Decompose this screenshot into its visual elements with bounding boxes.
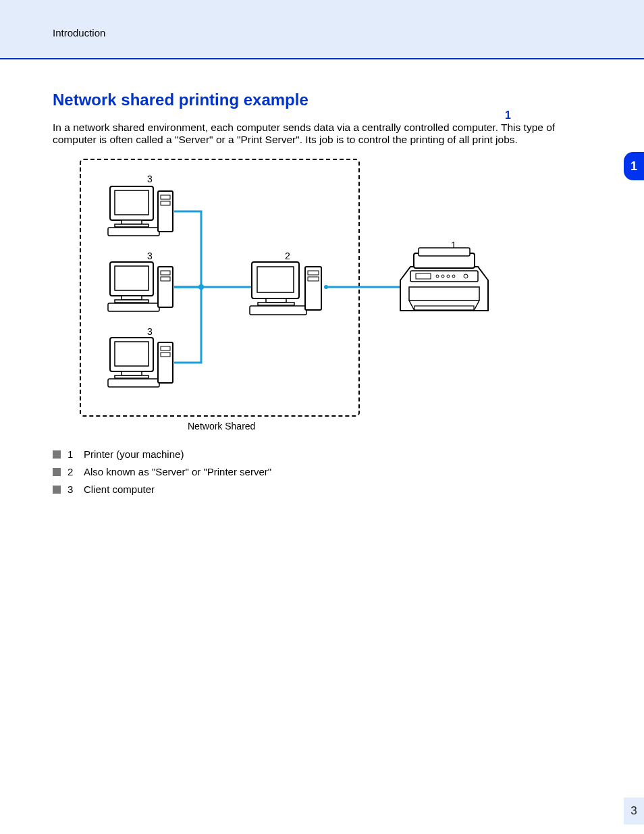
svg-rect-14 [108, 303, 159, 311]
svg-rect-9 [161, 201, 170, 205]
svg-rect-4 [122, 220, 142, 224]
svg-rect-19 [115, 342, 149, 366]
svg-rect-44 [414, 306, 474, 310]
client-pc-1-icon [107, 184, 181, 238]
legend-key-1: 1 [68, 446, 77, 463]
printer-icon [390, 246, 498, 323]
section-sub-number: 1 [505, 109, 511, 121]
legend-key-3: 3 [68, 481, 77, 498]
bullet-square-icon [53, 486, 61, 494]
page-number: 3 [630, 804, 637, 818]
svg-rect-3 [115, 190, 149, 215]
svg-rect-35 [419, 248, 470, 256]
svg-rect-24 [161, 346, 170, 350]
legend-text-2: Also known as "Server" or "Printer serve… [84, 463, 271, 481]
client-pc-3-icon [107, 336, 181, 390]
svg-rect-27 [257, 267, 294, 292]
svg-rect-12 [122, 296, 142, 300]
legend-key-2: 2 [68, 463, 77, 481]
node-label-pc1: 3 [147, 174, 153, 184]
svg-rect-37 [416, 273, 431, 279]
chapter-tab: 1 [624, 152, 644, 180]
legend-item-3: 3 Client computer [53, 481, 593, 498]
svg-rect-11 [115, 266, 149, 290]
svg-rect-30 [250, 306, 306, 315]
svg-rect-8 [161, 195, 170, 199]
legend: 1 Printer (your machine) 2 Also known as… [53, 446, 593, 498]
group-caption: Network Shared [188, 421, 255, 432]
section-heading-text: Network shared printing example [53, 90, 308, 109]
page-number-tab: 3 [624, 798, 644, 825]
svg-rect-17 [161, 277, 170, 281]
legend-text-3: Client computer [84, 481, 155, 498]
chapter-tab-number: 1 [630, 159, 637, 174]
svg-rect-20 [122, 371, 142, 375]
svg-rect-32 [308, 271, 319, 275]
svg-point-0 [198, 284, 204, 290]
svg-rect-5 [115, 224, 149, 227]
bullet-square-icon [53, 468, 61, 476]
section-intro: In a network shared environment, each co… [53, 122, 593, 146]
svg-rect-6 [108, 228, 159, 236]
svg-rect-13 [115, 300, 149, 303]
header-divider [0, 58, 644, 59]
legend-text-1: Printer (your machine) [84, 446, 184, 463]
svg-rect-22 [108, 379, 159, 387]
svg-rect-25 [161, 353, 170, 357]
svg-rect-29 [258, 303, 294, 305]
svg-rect-33 [308, 277, 319, 281]
running-head: Introduction [53, 27, 105, 38]
legend-item-2: 2 Also known as "Server" or "Printer ser… [53, 463, 593, 481]
server-pc-icon [248, 260, 329, 317]
svg-rect-21 [115, 375, 149, 378]
bullet-square-icon [53, 450, 61, 459]
client-pc-2-icon [107, 260, 181, 314]
network-diagram: 3 3 3 2 1 [53, 152, 593, 422]
svg-rect-16 [161, 271, 170, 275]
svg-rect-43 [409, 287, 479, 301]
svg-rect-28 [266, 298, 286, 303]
legend-item-1: 1 Printer (your machine) [53, 446, 593, 463]
